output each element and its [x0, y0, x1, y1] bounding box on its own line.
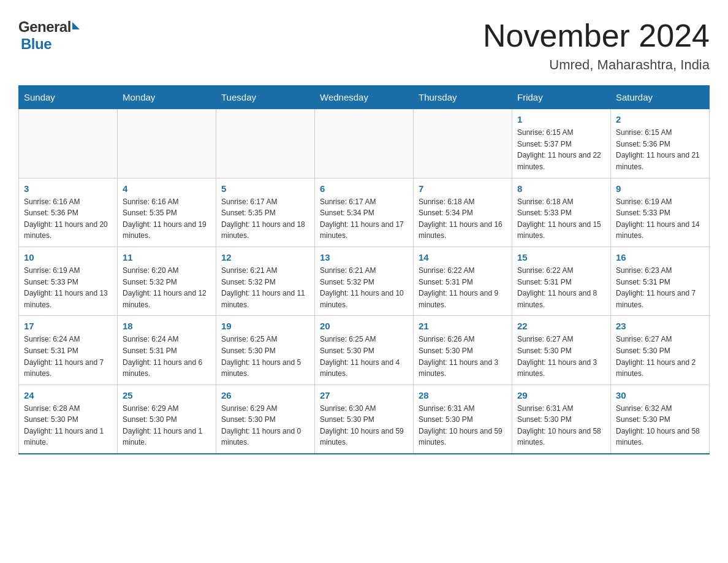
day-number: 15 [517, 252, 605, 262]
weekday-header-wednesday: Wednesday [315, 86, 414, 109]
day-number: 5 [221, 183, 309, 194]
calendar-cell: 11Sunrise: 6:20 AMSunset: 5:32 PMDayligh… [118, 247, 216, 315]
day-number: 25 [123, 390, 211, 400]
day-number: 17 [24, 321, 112, 331]
day-sun-info: Sunrise: 6:23 AMSunset: 5:31 PMDaylight:… [616, 265, 704, 310]
day-sun-info: Sunrise: 6:32 AMSunset: 5:30 PMDaylight:… [616, 403, 704, 448]
day-number: 28 [419, 390, 507, 400]
calendar-table: SundayMondayTuesdayWednesdayThursdayFrid… [18, 85, 710, 454]
day-number: 29 [517, 390, 605, 400]
day-sun-info: Sunrise: 6:21 AMSunset: 5:32 PMDaylight:… [221, 265, 309, 310]
calendar-cell: 13Sunrise: 6:21 AMSunset: 5:32 PMDayligh… [315, 247, 414, 315]
day-number: 2 [616, 114, 704, 124]
calendar-cell: 17Sunrise: 6:24 AMSunset: 5:31 PMDayligh… [19, 316, 118, 385]
calendar-cell: 8Sunrise: 6:18 AMSunset: 5:33 PMDaylight… [512, 178, 611, 247]
weekday-header-tuesday: Tuesday [216, 86, 315, 109]
calendar-week-row: 3Sunrise: 6:16 AMSunset: 5:36 PMDaylight… [19, 178, 710, 247]
day-number: 26 [221, 390, 309, 400]
day-sun-info: Sunrise: 6:15 AMSunset: 5:36 PMDaylight:… [616, 127, 704, 172]
day-sun-info: Sunrise: 6:24 AMSunset: 5:31 PMDaylight:… [24, 334, 112, 379]
calendar-cell: 12Sunrise: 6:21 AMSunset: 5:32 PMDayligh… [216, 247, 315, 315]
calendar-cell: 9Sunrise: 6:19 AMSunset: 5:33 PMDaylight… [611, 178, 710, 247]
calendar-cell: 6Sunrise: 6:17 AMSunset: 5:34 PMDaylight… [315, 178, 414, 247]
calendar-week-row: 1Sunrise: 6:15 AMSunset: 5:37 PMDaylight… [19, 109, 710, 178]
weekday-header-monday: Monday [118, 86, 216, 109]
calendar-cell: 26Sunrise: 6:29 AMSunset: 5:30 PMDayligh… [216, 385, 315, 454]
day-sun-info: Sunrise: 6:18 AMSunset: 5:34 PMDaylight:… [419, 196, 507, 242]
day-sun-info: Sunrise: 6:29 AMSunset: 5:30 PMDaylight:… [221, 403, 309, 448]
day-number: 9 [616, 183, 704, 194]
day-sun-info: Sunrise: 6:16 AMSunset: 5:35 PMDaylight:… [123, 196, 211, 242]
day-number: 19 [221, 321, 309, 331]
page-header: General Blue November 2024 Umred, Mahara… [18, 18, 710, 73]
day-number: 27 [320, 390, 408, 400]
calendar-cell [216, 109, 315, 178]
day-number: 1 [517, 114, 605, 124]
day-number: 23 [616, 321, 704, 331]
day-number: 8 [517, 183, 605, 194]
calendar-cell: 10Sunrise: 6:19 AMSunset: 5:33 PMDayligh… [19, 247, 118, 315]
calendar-cell: 29Sunrise: 6:31 AMSunset: 5:30 PMDayligh… [512, 385, 611, 454]
calendar-cell: 22Sunrise: 6:27 AMSunset: 5:30 PMDayligh… [512, 316, 611, 385]
title-block: November 2024 Umred, Maharashtra, India [483, 18, 710, 73]
day-number: 12 [221, 252, 309, 262]
month-title: November 2024 [483, 18, 710, 53]
day-sun-info: Sunrise: 6:27 AMSunset: 5:30 PMDaylight:… [517, 334, 605, 379]
logo-general-text: General [18, 18, 71, 36]
calendar-cell: 4Sunrise: 6:16 AMSunset: 5:35 PMDaylight… [118, 178, 216, 247]
calendar-cell: 27Sunrise: 6:30 AMSunset: 5:30 PMDayligh… [315, 385, 414, 454]
calendar-header-row: SundayMondayTuesdayWednesdayThursdayFrid… [19, 86, 710, 109]
calendar-cell: 14Sunrise: 6:22 AMSunset: 5:31 PMDayligh… [414, 247, 512, 315]
logo: General Blue [18, 18, 80, 53]
logo-arrow-icon [72, 22, 80, 29]
day-number: 20 [320, 321, 408, 331]
weekday-header-saturday: Saturday [611, 86, 710, 109]
day-sun-info: Sunrise: 6:28 AMSunset: 5:30 PMDaylight:… [24, 403, 112, 448]
day-sun-info: Sunrise: 6:25 AMSunset: 5:30 PMDaylight:… [221, 334, 309, 379]
calendar-week-row: 10Sunrise: 6:19 AMSunset: 5:33 PMDayligh… [19, 247, 710, 315]
day-number: 10 [24, 252, 112, 262]
day-number: 11 [123, 252, 211, 262]
calendar-cell: 16Sunrise: 6:23 AMSunset: 5:31 PMDayligh… [611, 247, 710, 315]
weekday-header-friday: Friday [512, 86, 611, 109]
calendar-week-row: 17Sunrise: 6:24 AMSunset: 5:31 PMDayligh… [19, 316, 710, 385]
day-number: 30 [616, 390, 704, 400]
calendar-cell: 21Sunrise: 6:26 AMSunset: 5:30 PMDayligh… [414, 316, 512, 385]
day-sun-info: Sunrise: 6:22 AMSunset: 5:31 PMDaylight:… [419, 265, 507, 310]
weekday-header-sunday: Sunday [19, 86, 118, 109]
day-sun-info: Sunrise: 6:21 AMSunset: 5:32 PMDaylight:… [320, 265, 408, 310]
calendar-cell: 3Sunrise: 6:16 AMSunset: 5:36 PMDaylight… [19, 178, 118, 247]
location-title: Umred, Maharashtra, India [483, 57, 710, 73]
calendar-cell: 18Sunrise: 6:24 AMSunset: 5:31 PMDayligh… [118, 316, 216, 385]
day-number: 6 [320, 183, 408, 194]
day-number: 18 [123, 321, 211, 331]
day-sun-info: Sunrise: 6:25 AMSunset: 5:30 PMDaylight:… [320, 334, 408, 379]
day-number: 24 [24, 390, 112, 400]
calendar-cell: 7Sunrise: 6:18 AMSunset: 5:34 PMDaylight… [414, 178, 512, 247]
day-sun-info: Sunrise: 6:19 AMSunset: 5:33 PMDaylight:… [616, 196, 704, 242]
day-sun-info: Sunrise: 6:24 AMSunset: 5:31 PMDaylight:… [123, 334, 211, 379]
logo-blue-text: Blue [21, 36, 51, 53]
day-sun-info: Sunrise: 6:30 AMSunset: 5:30 PMDaylight:… [320, 403, 408, 448]
calendar-cell: 5Sunrise: 6:17 AMSunset: 5:35 PMDaylight… [216, 178, 315, 247]
day-sun-info: Sunrise: 6:17 AMSunset: 5:35 PMDaylight:… [221, 196, 309, 242]
day-number: 14 [419, 252, 507, 262]
calendar-cell: 2Sunrise: 6:15 AMSunset: 5:36 PMDaylight… [611, 109, 710, 178]
calendar-cell: 24Sunrise: 6:28 AMSunset: 5:30 PMDayligh… [19, 385, 118, 454]
day-sun-info: Sunrise: 6:31 AMSunset: 5:30 PMDaylight:… [419, 403, 507, 448]
calendar-cell: 19Sunrise: 6:25 AMSunset: 5:30 PMDayligh… [216, 316, 315, 385]
day-number: 16 [616, 252, 704, 262]
day-sun-info: Sunrise: 6:16 AMSunset: 5:36 PMDaylight:… [24, 196, 112, 242]
day-number: 21 [419, 321, 507, 331]
calendar-cell: 23Sunrise: 6:27 AMSunset: 5:30 PMDayligh… [611, 316, 710, 385]
day-number: 3 [24, 183, 112, 194]
calendar-cell: 1Sunrise: 6:15 AMSunset: 5:37 PMDaylight… [512, 109, 611, 178]
calendar-cell: 25Sunrise: 6:29 AMSunset: 5:30 PMDayligh… [118, 385, 216, 454]
calendar-cell [414, 109, 512, 178]
calendar-cell [19, 109, 118, 178]
day-number: 13 [320, 252, 408, 262]
calendar-cell: 28Sunrise: 6:31 AMSunset: 5:30 PMDayligh… [414, 385, 512, 454]
calendar-week-row: 24Sunrise: 6:28 AMSunset: 5:30 PMDayligh… [19, 385, 710, 454]
day-sun-info: Sunrise: 6:15 AMSunset: 5:37 PMDaylight:… [517, 127, 605, 172]
day-sun-info: Sunrise: 6:22 AMSunset: 5:31 PMDaylight:… [517, 265, 605, 310]
